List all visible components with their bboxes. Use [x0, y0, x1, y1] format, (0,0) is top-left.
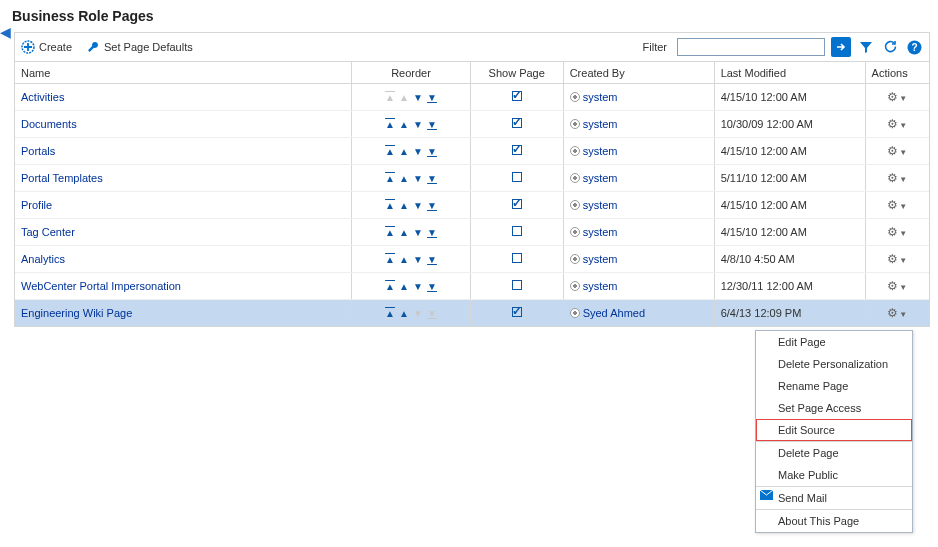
filter-input[interactable] [677, 38, 825, 56]
page-name-link[interactable]: WebCenter Portal Impersonation [21, 280, 181, 292]
move-top-icon[interactable]: ▲ [383, 308, 397, 319]
show-page-checkbox[interactable] [512, 145, 522, 155]
last-modified-cell: 4/8/10 4:50 AM [714, 246, 865, 273]
col-name[interactable]: Name [15, 62, 352, 84]
move-top-icon[interactable]: ▲ [383, 254, 397, 265]
table-row[interactable]: Activities▲▲▼▼system4/15/10 12:00 AM⚙▼ [15, 84, 929, 111]
col-actions[interactable]: Actions [865, 62, 929, 84]
move-up-icon[interactable]: ▲ [397, 173, 411, 184]
page-name-link[interactable]: Documents [21, 118, 77, 130]
move-up-icon[interactable]: ▲ [397, 281, 411, 292]
actions-gear-button[interactable]: ⚙ [887, 198, 898, 212]
move-top-icon[interactable]: ▲ [383, 119, 397, 130]
created-by-link[interactable]: system [583, 226, 618, 238]
table-row[interactable]: Profile▲▲▼▼system4/15/10 12:00 AM⚙▼ [15, 192, 929, 219]
created-by-link[interactable]: system [583, 118, 618, 130]
user-icon [570, 308, 580, 318]
move-down-icon[interactable]: ▼ [411, 146, 425, 157]
move-bottom-icon[interactable]: ▼ [425, 173, 439, 184]
chevron-down-icon: ▼ [899, 310, 907, 319]
page-name-link[interactable]: Engineering Wiki Page [21, 307, 132, 319]
move-down-icon[interactable]: ▼ [411, 281, 425, 292]
move-down-icon[interactable]: ▼ [411, 173, 425, 184]
actions-gear-button[interactable]: ⚙ [887, 279, 898, 293]
table-row[interactable]: Documents▲▲▼▼system10/30/09 12:00 AM⚙▼ [15, 111, 929, 138]
table-row[interactable]: Analytics▲▲▼▼system4/8/10 4:50 AM⚙▼ [15, 246, 929, 273]
actions-gear-button[interactable]: ⚙ [887, 306, 898, 320]
move-top-icon[interactable]: ▲ [383, 227, 397, 238]
move-down-icon[interactable]: ▼ [411, 200, 425, 211]
funnel-filter-button[interactable] [857, 38, 875, 56]
show-page-checkbox[interactable] [512, 199, 522, 209]
col-reorder[interactable]: Reorder [352, 62, 470, 84]
collapse-arrow-icon[interactable]: ◀ [0, 24, 11, 40]
set-page-defaults-button[interactable]: Set Page Defaults [86, 40, 193, 54]
page-name-link[interactable]: Portal Templates [21, 172, 103, 184]
actions-gear-button[interactable]: ⚙ [887, 117, 898, 131]
filter-go-button[interactable] [831, 37, 851, 57]
created-by-link[interactable]: system [583, 145, 618, 157]
created-by-link[interactable]: system [583, 172, 618, 184]
move-top-icon[interactable]: ▲ [383, 200, 397, 211]
move-bottom-icon[interactable]: ▼ [425, 254, 439, 265]
arrow-right-icon [836, 42, 846, 52]
table-row[interactable]: Portal Templates▲▲▼▼system5/11/10 12:00 … [15, 165, 929, 192]
created-by-link[interactable]: system [583, 91, 618, 103]
refresh-button[interactable] [881, 38, 899, 56]
table-row[interactable]: WebCenter Portal Impersonation▲▲▼▼system… [15, 273, 929, 300]
move-top-icon[interactable]: ▲ [383, 173, 397, 184]
move-bottom-icon[interactable]: ▼ [425, 119, 439, 130]
chevron-down-icon: ▼ [899, 94, 907, 103]
show-page-checkbox[interactable] [512, 280, 522, 290]
col-modified[interactable]: Last Modified [714, 62, 865, 84]
actions-gear-button[interactable]: ⚙ [887, 252, 898, 266]
move-up-icon[interactable]: ▲ [397, 254, 411, 265]
page-name-link[interactable]: Analytics [21, 253, 65, 265]
table-row[interactable]: Tag Center▲▲▼▼system4/15/10 12:00 AM⚙▼ [15, 219, 929, 246]
move-top-icon[interactable]: ▲ [383, 281, 397, 292]
move-top-icon[interactable]: ▲ [383, 146, 397, 157]
show-page-checkbox[interactable] [512, 172, 522, 182]
created-by-link[interactable]: system [583, 199, 618, 211]
page-name-link[interactable]: Portals [21, 145, 55, 157]
move-bottom-icon[interactable]: ▼ [425, 92, 439, 103]
created-by-link[interactable]: Syed Ahmed [583, 307, 645, 319]
move-up-icon[interactable]: ▲ [397, 227, 411, 238]
table-row[interactable]: Portals▲▲▼▼system4/15/10 12:00 AM⚙▼ [15, 138, 929, 165]
help-button[interactable]: ? [905, 38, 923, 56]
chevron-down-icon: ▼ [899, 202, 907, 211]
show-page-checkbox[interactable] [512, 253, 522, 263]
last-modified-cell: 4/15/10 12:00 AM [714, 219, 865, 246]
col-show[interactable]: Show Page [470, 62, 563, 84]
move-bottom-icon[interactable]: ▼ [425, 200, 439, 211]
actions-gear-button[interactable]: ⚙ [887, 225, 898, 239]
move-bottom-icon[interactable]: ▼ [425, 146, 439, 157]
show-page-checkbox[interactable] [512, 307, 522, 317]
show-page-checkbox[interactable] [512, 118, 522, 128]
move-up-icon[interactable]: ▲ [397, 119, 411, 130]
table-row[interactable]: Engineering Wiki Page▲▲▼▼Syed Ahmed6/4/1… [15, 300, 929, 327]
page-name-link[interactable]: Activities [21, 91, 64, 103]
move-down-icon[interactable]: ▼ [411, 254, 425, 265]
actions-gear-button[interactable]: ⚙ [887, 90, 898, 104]
move-up-icon[interactable]: ▲ [397, 146, 411, 157]
move-up-icon[interactable]: ▲ [397, 200, 411, 211]
filter-label: Filter [643, 41, 667, 53]
move-bottom-icon[interactable]: ▼ [425, 281, 439, 292]
created-by-link[interactable]: system [583, 253, 618, 265]
create-label: Create [39, 41, 72, 53]
show-page-checkbox[interactable] [512, 226, 522, 236]
page-name-link[interactable]: Profile [21, 199, 52, 211]
actions-gear-button[interactable]: ⚙ [887, 144, 898, 158]
page-name-link[interactable]: Tag Center [21, 226, 75, 238]
created-by-link[interactable]: system [583, 280, 618, 292]
show-page-checkbox[interactable] [512, 91, 522, 101]
move-up-icon[interactable]: ▲ [397, 308, 411, 319]
actions-gear-button[interactable]: ⚙ [887, 171, 898, 185]
create-button[interactable]: Create [21, 40, 72, 54]
move-down-icon[interactable]: ▼ [411, 119, 425, 130]
move-bottom-icon[interactable]: ▼ [425, 227, 439, 238]
col-created[interactable]: Created By [563, 62, 714, 84]
move-down-icon[interactable]: ▼ [411, 227, 425, 238]
move-down-icon[interactable]: ▼ [411, 92, 425, 103]
